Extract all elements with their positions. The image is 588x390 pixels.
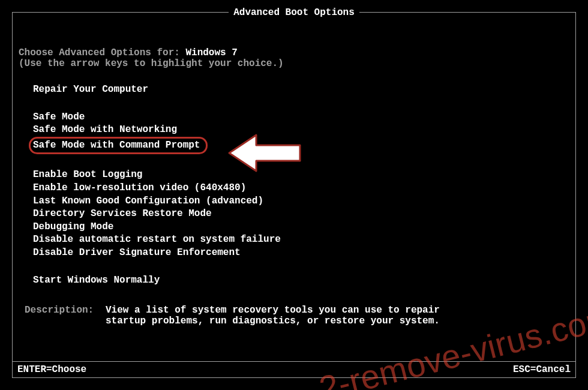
description-block: Description: View a list of system recov…	[19, 305, 569, 326]
content-area: Choose Advanced Options for: Windows 7 (…	[13, 13, 575, 342]
screen-title: Advanced Boot Options	[229, 7, 359, 18]
menu-group-repair: Repair Your Computer	[33, 83, 569, 97]
menu-item-disable-driver-sig[interactable]: Disable Driver Signature Enforcement	[33, 247, 569, 260]
menu-item-directory-restore[interactable]: Directory Services Restore Mode	[33, 208, 569, 221]
footer-bar: ENTER=Choose ESC=Cancel	[12, 361, 576, 378]
footer-esc-hint: ESC=Cancel	[513, 364, 571, 375]
arrow-key-instruction: (Use the arrow keys to highlight your ch…	[19, 58, 569, 69]
menu-group-start: Start Windows Normally	[33, 274, 569, 287]
menu-item-label: Safe Mode with Command Prompt	[33, 140, 200, 151]
description-label: Description:	[25, 305, 106, 326]
choose-target: Windows 7	[185, 47, 237, 58]
menu-item-last-known-good[interactable]: Last Known Good Configuration (advanced)	[33, 195, 569, 208]
screen-frame: Choose Advanced Options for: Windows 7 (…	[12, 12, 576, 378]
footer-enter-hint: ENTER=Choose	[17, 364, 86, 375]
menu-item-safe-mode[interactable]: Safe Mode	[33, 111, 569, 124]
annotation-arrow-left-icon	[223, 126, 313, 174]
menu-item-disable-auto-restart[interactable]: Disable automatic restart on system fail…	[33, 233, 569, 247]
menu-item-debugging-mode[interactable]: Debugging Mode	[33, 221, 569, 234]
menu-group-options: Enable Boot Logging Enable low-resolutio…	[33, 169, 569, 259]
menu-item-repair-your-computer[interactable]: Repair Your Computer	[33, 83, 569, 97]
selection-highlight-ring: Safe Mode with Command Prompt	[29, 137, 208, 155]
choose-prefix: Choose Advanced Options for:	[19, 47, 185, 58]
description-text: View a list of system recovery tools you…	[106, 305, 442, 326]
choose-line: Choose Advanced Options for: Windows 7	[19, 47, 569, 58]
menu-item-low-res-video[interactable]: Enable low-resolution video (640x480)	[33, 182, 569, 195]
menu-item-start-windows-normally[interactable]: Start Windows Normally	[33, 274, 569, 287]
